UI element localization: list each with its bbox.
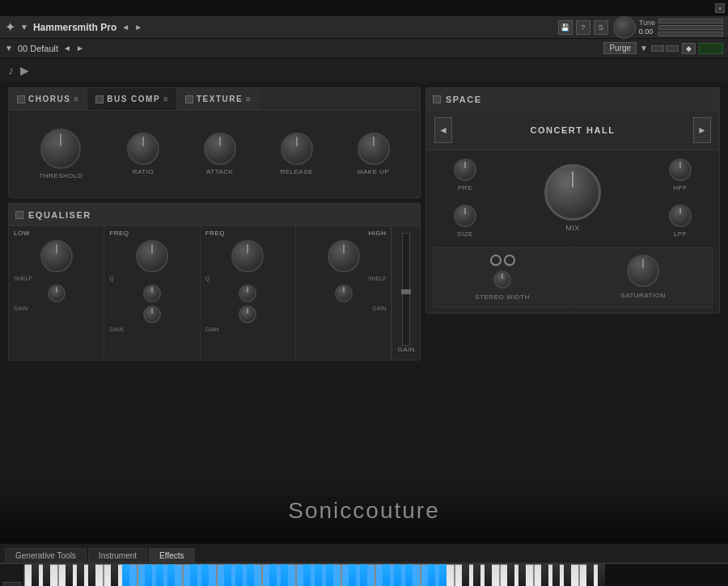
piano-black-key[interactable]	[32, 564, 39, 586]
prev-instrument-button[interactable]: ◄	[121, 23, 129, 32]
eq-low-freq-knob[interactable]	[40, 240, 73, 272]
piano-black-key[interactable]	[439, 564, 447, 586]
eq-high-label: HIGH	[368, 230, 386, 237]
next-preset-button[interactable]: ►	[76, 44, 84, 53]
next-instrument-button[interactable]: ►	[134, 23, 142, 32]
tab-generative-tools[interactable]: Generative Tools	[5, 548, 87, 563]
piano-black-key[interactable]	[156, 564, 163, 586]
piano-black-key[interactable]	[473, 564, 480, 586]
piano-black-key[interactable]	[247, 564, 254, 586]
piano-black-key[interactable]	[269, 564, 277, 586]
next-space-preset-button[interactable]: ►	[693, 117, 711, 143]
texture-tab[interactable]: TEXTURE ≡	[177, 88, 260, 111]
tab-instrument[interactable]: Instrument	[88, 548, 147, 563]
piano-black-key[interactable]	[145, 564, 152, 586]
bus-comp-tab[interactable]: BUS COMP ≡	[87, 88, 177, 111]
preset-expand-icon: ▼	[5, 44, 13, 53]
texture-checkbox[interactable]	[185, 95, 193, 103]
piano-black-key[interactable]	[360, 564, 367, 586]
eq-band3-freq-knob[interactable]	[231, 240, 264, 272]
eq-band3-gain-knob[interactable]	[239, 306, 256, 323]
piano-black-key[interactable]	[224, 564, 231, 586]
effects-tabs: CHORUS ≡ BUS COMP ≡ TEXTURE ≡	[9, 88, 420, 111]
master-gain-fader[interactable]	[402, 233, 410, 346]
close-button[interactable]: ×	[715, 3, 725, 13]
bus-comp-menu[interactable]: ≡	[163, 95, 168, 103]
logo-icon[interactable]: ✦	[5, 19, 15, 35]
piano-black-key[interactable]	[303, 564, 311, 586]
midi-button[interactable]: ◆	[682, 43, 696, 54]
chorus-menu[interactable]: ≡	[74, 95, 78, 103]
piano-black-key[interactable]	[66, 564, 73, 586]
eq-band2-q-knob[interactable]	[143, 285, 161, 302]
piano-black-key[interactable]	[281, 564, 288, 586]
piano-black-key[interactable]	[586, 564, 594, 586]
eq-high-gain-knob[interactable]	[335, 285, 353, 302]
eq-band3-q-knob[interactable]	[239, 285, 256, 302]
release-knob[interactable]	[281, 133, 313, 165]
info-icon-button[interactable]: ?	[576, 20, 590, 35]
texture-menu[interactable]: ≡	[246, 95, 251, 103]
save-icon-button[interactable]: 💾	[558, 20, 573, 35]
prev-space-preset-button[interactable]: ◄	[434, 117, 452, 143]
size-knob[interactable]	[454, 204, 476, 227]
piano-black-key[interactable]	[43, 564, 50, 586]
settings-icon-button[interactable]: S	[594, 20, 608, 35]
piano-black-key[interactable]	[564, 564, 571, 586]
piano-black-key[interactable]	[88, 564, 95, 586]
space-header: SPACE	[426, 88, 719, 111]
pre-knob[interactable]	[454, 158, 476, 181]
piano-black-key[interactable]	[462, 564, 469, 586]
threshold-knob[interactable]	[40, 129, 81, 169]
piano-black-key[interactable]	[518, 564, 526, 586]
eq-band3-q-label: Q	[205, 276, 210, 281]
piano-black-key[interactable]	[394, 564, 401, 586]
piano-black-key[interactable]	[598, 564, 605, 586]
eq-low-gain-knob[interactable]	[48, 285, 66, 302]
space-checkbox[interactable]	[433, 95, 441, 103]
piano-black-key[interactable]	[122, 564, 129, 586]
piano-black-key[interactable]	[383, 564, 390, 586]
piano-black-key[interactable]	[428, 564, 435, 586]
piano-black-key[interactable]	[235, 564, 243, 586]
piano-black-key[interactable]	[541, 564, 548, 586]
piano-black-key[interactable]	[405, 564, 413, 586]
tune-knob[interactable]	[613, 16, 636, 39]
saturation-knob[interactable]	[627, 255, 659, 287]
stereo-width-knob[interactable]	[493, 271, 511, 289]
piano-black-key[interactable]	[552, 564, 560, 586]
ratio-knob[interactable]	[127, 133, 159, 165]
makeup-knob[interactable]	[358, 133, 390, 165]
piano-black-key[interactable]	[349, 564, 356, 586]
hpf-knob[interactable]	[669, 158, 692, 181]
piano-black-key[interactable]	[326, 564, 333, 586]
chorus-tab[interactable]: CHORUS ≡	[9, 88, 87, 111]
purge-arrow: ▼	[640, 44, 648, 53]
piano-black-key[interactable]	[111, 564, 118, 586]
piano-black-key[interactable]	[485, 564, 492, 586]
equaliser-panel: EQUALISER LOW SHELF GAIN FREQ Q	[8, 203, 421, 360]
mix-knob[interactable]	[544, 164, 601, 221]
hpf-label: HPF	[673, 184, 688, 192]
attack-knob[interactable]	[204, 133, 236, 165]
chorus-checkbox[interactable]	[17, 95, 25, 103]
piano-black-key[interactable]	[77, 564, 84, 586]
eq-band2-gain-knob[interactable]	[143, 306, 161, 323]
instrument-icons: 💾 ? S	[558, 20, 608, 35]
eq-high-freq-knob[interactable]	[328, 240, 360, 272]
prev-preset-button[interactable]: ◄	[63, 44, 71, 53]
tab-effects[interactable]: Effects	[149, 548, 194, 563]
piano-black-key[interactable]	[167, 564, 175, 586]
lpf-knob[interactable]	[669, 204, 692, 227]
purge-button[interactable]: Purge	[603, 42, 637, 54]
equaliser-checkbox[interactable]	[15, 211, 23, 219]
piano-black-key[interactable]	[201, 564, 209, 586]
eq-band2-freq-knob[interactable]	[136, 240, 168, 272]
midi-icon[interactable]: ♪	[8, 64, 14, 77]
piano-black-key[interactable]	[190, 564, 197, 586]
piano-plus-button[interactable]: +0	[3, 582, 21, 586]
play-icon[interactable]: ▶	[20, 64, 29, 77]
piano-black-key[interactable]	[507, 564, 514, 586]
piano-black-key[interactable]	[315, 564, 322, 586]
bus-comp-checkbox[interactable]	[95, 95, 104, 103]
